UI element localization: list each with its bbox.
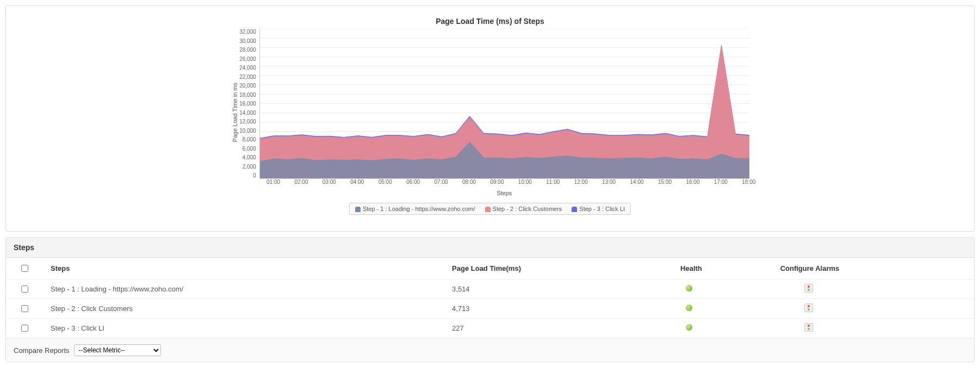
chart-panel: Page Load Time (ms) of Steps Page Load T…: [5, 5, 975, 232]
row-checkbox[interactable]: [21, 286, 28, 293]
table-row: Step - 3 : Click LI227: [6, 319, 974, 338]
row-checkbox[interactable]: [21, 325, 28, 332]
table-row: Step - 2 : Click Customers4,713: [6, 299, 974, 319]
compare-reports-label: Compare Reports: [14, 346, 70, 355]
chart-legend: Step - 1 : Loading - https://www.zoho.co…: [349, 203, 631, 215]
legend-item[interactable]: Step - 2 : Click Customers: [485, 206, 562, 212]
load-time: 227: [444, 319, 673, 338]
steps-table-header: StepsPage Load Time(ms)HealthConfigure A…: [6, 258, 974, 280]
configure-alarm-icon[interactable]: [804, 284, 813, 293]
steps-section-title: Steps: [6, 238, 974, 258]
steps-col-3: Health: [673, 258, 773, 280]
legend-item[interactable]: Step - 3 : Click LI: [572, 206, 625, 212]
y-axis-label: Page Load Time in ms: [231, 83, 239, 142]
load-time: 4,713: [444, 299, 673, 319]
health-dot-icon: [686, 324, 692, 331]
step-name: Step - 2 : Click Customers: [43, 299, 444, 319]
load-time: 3,514: [444, 280, 673, 299]
step-name: Step - 1 : Loading - https://www.zoho.co…: [43, 280, 444, 299]
chart-title: Page Load Time (ms) of Steps: [17, 17, 963, 26]
chart-plot-area[interactable]: [259, 29, 749, 179]
row-checkbox[interactable]: [21, 305, 28, 312]
steps-section: Steps StepsPage Load Time(ms)HealthConfi…: [5, 237, 975, 362]
select-all-checkbox[interactable]: [21, 265, 28, 272]
step-name: Step - 3 : Click LI: [43, 319, 444, 338]
steps-col-4: Configure Alarms: [773, 258, 974, 280]
configure-alarm-icon[interactable]: [804, 323, 813, 332]
x-axis-ticks: 01:0002:0003:0004:0005:0006:0007:0008:00…: [259, 179, 749, 187]
table-row: Step - 1 : Loading - https://www.zoho.co…: [6, 280, 974, 299]
steps-col-0: [6, 258, 43, 280]
area-chart-svg: [260, 29, 749, 178]
health-dot-icon: [686, 285, 692, 291]
health-dot-icon: [686, 305, 692, 311]
compare-metric-select[interactable]: --Select Metric--: [74, 344, 161, 356]
steps-col-1: Steps: [43, 258, 444, 280]
configure-alarm-icon[interactable]: [804, 303, 813, 312]
x-axis-label: Steps: [259, 190, 749, 196]
compare-reports-row: Compare Reports --Select Metric--: [6, 338, 974, 362]
legend-item[interactable]: Step - 1 : Loading - https://www.zoho.co…: [355, 206, 475, 212]
steps-table: StepsPage Load Time(ms)HealthConfigure A…: [6, 258, 974, 338]
steps-col-2: Page Load Time(ms): [444, 258, 673, 280]
y-axis-ticks: 32,00030,00028,00026,00024,00022,00020,0…: [239, 29, 259, 178]
